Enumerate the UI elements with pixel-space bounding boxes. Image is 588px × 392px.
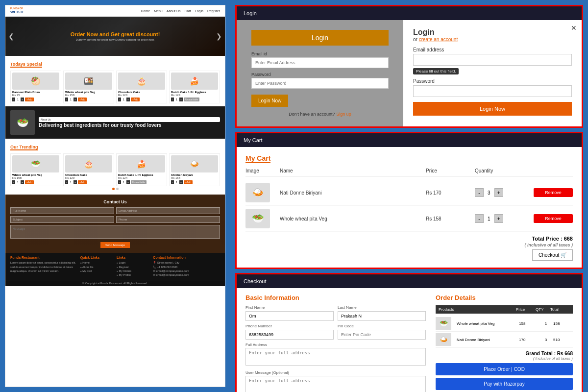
cart-remove-btn[interactable]: Remove <box>534 214 573 223</box>
right-password-input[interactable] <box>413 85 572 97</box>
footer-link-register[interactable]: » Register <box>117 265 150 269</box>
add-to-cart-btn[interactable]: +Add <box>25 98 34 101</box>
checkout-form-left: Basic Information First Name Last Name P… <box>245 294 426 392</box>
qty-minus-btn[interactable]: - <box>171 98 174 101</box>
nav-cart[interactable]: Cart <box>185 9 191 13</box>
todays-special-title: Todays Special <box>10 62 42 68</box>
order-table-header: Products Price QTY Total <box>436 305 573 314</box>
footer-link-home[interactable]: » Home <box>80 261 114 265</box>
hero-text: Order Now and Get great discount! Dummy … <box>71 31 160 41</box>
contact-section: Contact Us Send Message <box>5 195 225 253</box>
qty-minus-btn[interactable]: - <box>171 180 174 184</box>
site-nav-links: Home Menu About Us Cart Login Register <box>141 9 220 13</box>
first-name-input[interactable] <box>245 311 334 321</box>
last-name-input[interactable] <box>338 311 426 321</box>
order-item-image: 🥗 <box>436 317 451 330</box>
checkout-body: Basic Information First Name Last Name P… <box>237 288 582 392</box>
contact-subject-input[interactable] <box>10 216 114 223</box>
login-submit-btn[interactable]: Login Now <box>251 95 288 107</box>
right-password-label: Password <box>413 78 572 84</box>
unavailable-btn: Unavailable <box>131 180 147 184</box>
hero-title: Order Now and Get great discount! <box>71 31 160 37</box>
right-email-input[interactable] <box>413 54 572 66</box>
contact-message-input[interactable] <box>10 225 220 239</box>
cart-total: Total Price : 668 ( Inclusive of all tax… <box>245 236 573 247</box>
qty-plus-btn[interactable]: + <box>179 98 183 101</box>
sign-up-link[interactable]: Sign up <box>336 112 351 117</box>
password-input[interactable] <box>251 78 389 89</box>
qty-plus-btn[interactable]: + <box>21 180 24 184</box>
checkout-header: Checkout <box>237 274 582 288</box>
footer-link-orders[interactable]: » My Orders <box>117 269 150 273</box>
cart-remove-btn[interactable]: Remove <box>534 188 573 197</box>
cart-item-name: Whole wheat pita Veg <box>280 216 426 221</box>
order-item-qty: 1 <box>539 321 553 326</box>
nav-login[interactable]: Login <box>195 9 203 13</box>
create-account-link[interactable]: create an account <box>419 37 458 42</box>
cart-qty-plus-btn[interactable]: + <box>494 188 503 197</box>
cart-item-image: 🥗 <box>245 209 270 228</box>
qty-minus-btn[interactable]: - <box>118 98 121 101</box>
right-panel: Login Login Email id Password Login Now … <box>230 0 588 392</box>
add-to-cart-btn[interactable]: +Add <box>25 180 34 184</box>
nav-menu[interactable]: Menu <box>154 9 163 13</box>
order-item-price: 158 <box>519 321 539 326</box>
contact-form: Send Message <box>10 207 220 248</box>
about-text: Delivering best ingredients for our trus… <box>39 122 220 128</box>
add-to-cart-btn[interactable]: +Add <box>131 98 140 101</box>
qty-plus-btn[interactable]: + <box>74 180 77 184</box>
hero-next-btn[interactable]: ❯ <box>216 32 222 40</box>
cart-qty-minus-btn[interactable]: - <box>475 214 484 223</box>
qty-plus-btn[interactable]: + <box>21 98 24 101</box>
cart-qty-plus-btn[interactable]: + <box>494 214 503 223</box>
footer-link-about[interactable]: » About Us <box>80 265 114 269</box>
cart-qty-minus-btn[interactable]: - <box>475 188 484 197</box>
qty-plus-btn[interactable]: + <box>74 98 77 101</box>
nav-about[interactable]: About Us <box>167 9 181 13</box>
site-nav: FUNDA OF WEB IT Home Menu About Us Cart … <box>5 5 225 17</box>
checkout-btn[interactable]: Checkout 🛒 <box>532 249 573 261</box>
food-card: 🎂 Chocolate Cake Rs 120 - 1 + +Add <box>116 71 167 103</box>
cart-title: My Cart <box>245 154 270 163</box>
nav-register[interactable]: Register <box>207 9 220 13</box>
email-id-input[interactable] <box>251 57 389 68</box>
contact-phone-input[interactable] <box>116 216 220 223</box>
right-login-btn[interactable]: Login Now <box>413 102 572 116</box>
contact-fullname-input[interactable] <box>10 207 114 214</box>
close-modal-btn[interactable]: ✕ <box>571 24 577 32</box>
qty-plus-btn[interactable]: + <box>179 180 183 184</box>
qty-minus-btn[interactable]: - <box>118 180 121 184</box>
qty-minus-btn[interactable]: - <box>65 180 68 184</box>
dot[interactable] <box>112 188 115 190</box>
qty-minus-btn[interactable]: - <box>12 180 15 184</box>
add-to-cart-btn[interactable]: +Add <box>78 98 87 101</box>
razorpay-btn[interactable]: Pay with Razorpay <box>436 378 573 390</box>
order-details-title: Order Details <box>436 294 573 301</box>
food-card: 🍰 Dutch Cake 1 Pc Eggless Rs 124 - 1 + U… <box>169 71 220 103</box>
message-input[interactable] <box>245 376 426 392</box>
footer-link-cart[interactable]: » My Cart <box>80 269 114 273</box>
add-to-cart-btn[interactable]: +Add <box>78 180 87 184</box>
place-order-cod-btn[interactable]: Place Order | COD <box>436 363 573 375</box>
food-card: 🍰 Dutch Cake 1 Pc Eggless Rs 124 - 1 + U… <box>116 153 167 186</box>
cart-item-image: 🍛 <box>245 183 270 202</box>
qty-minus-btn[interactable]: - <box>12 98 15 101</box>
cart-table-header: Image Name Price Quantity <box>245 168 573 177</box>
unavailable-btn: Unavailable <box>184 98 199 101</box>
first-name-label: First Name <box>245 305 334 310</box>
trending-title: Our Trending <box>10 145 38 150</box>
qty-minus-btn[interactable]: - <box>65 98 68 101</box>
pin-input[interactable] <box>338 330 426 340</box>
phone-input[interactable] <box>245 330 334 340</box>
dot[interactable] <box>116 188 119 190</box>
send-message-btn[interactable]: Send Message <box>100 242 130 248</box>
contact-email-input[interactable] <box>116 207 220 214</box>
add-to-cart-btn[interactable]: +Add <box>184 180 193 184</box>
qty-plus-btn[interactable]: + <box>126 180 130 184</box>
footer-link-login[interactable]: » Login <box>117 261 150 265</box>
address-input[interactable] <box>245 348 426 366</box>
hero-prev-btn[interactable]: ❮ <box>8 32 14 40</box>
nav-home[interactable]: Home <box>141 9 150 13</box>
qty-plus-btn[interactable]: + <box>126 98 130 101</box>
footer-link-profile[interactable]: » My Profile <box>117 273 150 277</box>
